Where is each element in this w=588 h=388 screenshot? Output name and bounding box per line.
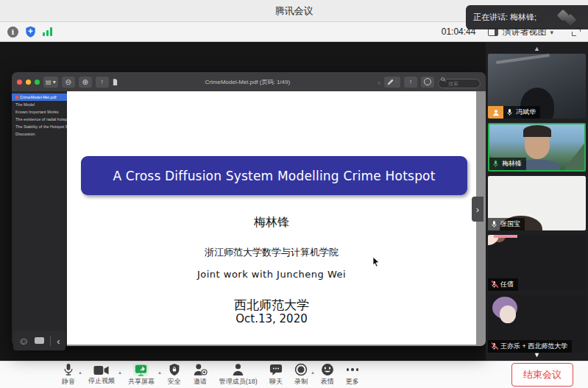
microphone-icon — [63, 363, 74, 376]
document-icon — [113, 79, 118, 85]
security-shield-icon — [169, 363, 180, 376]
more-dots-icon — [347, 364, 359, 376]
slide-affiliation: 浙江师范大学数学与计算机学院 — [67, 246, 476, 259]
close-window-button[interactable] — [17, 80, 22, 85]
chat-button[interactable]: 聊天 — [269, 364, 283, 387]
share-options-caret[interactable] — [157, 364, 162, 377]
zoom-window-button[interactable] — [35, 80, 40, 85]
security-button[interactable]: 安全 — [168, 363, 181, 387]
pdf-title: CrimeModel-Mei.pdf (页码: 1/49) — [120, 78, 375, 86]
zoom-out-icon[interactable] — [62, 77, 75, 88]
pdf-toolbar: CrimeModel-Mei.pdf (页码: 1/49) — [12, 72, 486, 91]
network-signal-icon[interactable] — [43, 27, 52, 36]
panel-expand-handle[interactable] — [472, 197, 483, 222]
participant-name-chip: 任倩 — [488, 278, 518, 291]
zoom-in-icon[interactable] — [79, 77, 92, 88]
scroll-down-button[interactable] — [486, 350, 588, 360]
share-screen-button[interactable]: 共享屏幕 — [128, 364, 155, 387]
participant-name-chip: 张国宝 — [488, 218, 525, 230]
invite-button[interactable]: 邀请 — [193, 363, 208, 387]
outline-item[interactable]: The existence of radial hotspot s... — [12, 116, 67, 123]
meeting-controlbar: 静音 停止视频 共享屏幕 — [0, 361, 588, 388]
pdf-canvas: A Cross Diffusion System Modelling Crime… — [67, 91, 486, 346]
camera-icon — [93, 365, 109, 375]
emoji-reaction-icon[interactable] — [18, 334, 29, 348]
sidebar-toggle-icon[interactable] — [43, 77, 58, 88]
participant-tile[interactable]: 张国宝 — [488, 176, 586, 230]
participant-name: 任倩 — [500, 280, 514, 289]
participant-name: 梅林锋 — [502, 159, 522, 169]
mic-options-caret[interactable] — [78, 364, 82, 377]
invite-person-icon — [193, 363, 208, 376]
pdf-outline-sidebar: CrimeModel-Mei.pdf The Model Known Impor… — [12, 91, 67, 346]
speaking-toast-text: 正在讲话: 梅林锋; — [473, 12, 536, 23]
search-icon — [441, 77, 444, 81]
share-document-icon[interactable] — [96, 77, 109, 88]
participant-tile[interactable]: 王亦乐 + 西北师范大学 — [488, 295, 586, 353]
slide-venue: 西北师范大学 — [67, 297, 476, 314]
pdf-file-icon — [15, 96, 18, 99]
speaking-toast: 正在讲话: 梅林锋; — [466, 5, 588, 29]
slide-author: 梅林锋 — [67, 215, 476, 230]
record-button[interactable]: 录制 — [294, 363, 308, 387]
chevron-down-icon — [394, 78, 398, 85]
participant-name: 冯斌华 — [516, 107, 536, 117]
screen-share-icon — [135, 364, 147, 376]
slide-date: Oct.13, 2020 — [67, 312, 476, 325]
collapse-left-icon[interactable] — [57, 334, 60, 348]
host-badge-icon — [488, 106, 503, 119]
end-meeting-button[interactable]: 结束会议 — [511, 363, 573, 387]
mute-button[interactable]: 静音 — [62, 363, 75, 387]
participant-name-chip: 冯斌华 — [503, 106, 540, 119]
mouse-cursor — [372, 256, 380, 267]
pdf-preview-window: CrimeModel-Mei.pdf (页码: 1/49) — [12, 72, 486, 346]
shared-screen-area: CrimeModel-Mei.pdf (页码: 1/49) — [0, 42, 486, 361]
chevron-right-icon — [476, 202, 479, 216]
outline-item[interactable]: Known Important Works — [12, 108, 67, 116]
outline-item-file[interactable]: CrimeModel-Mei.pdf — [12, 94, 67, 101]
mic-muted-icon — [491, 281, 497, 289]
info-icon[interactable] — [7, 27, 18, 38]
participant-tile[interactable]: 冯斌华 — [488, 54, 586, 119]
pdf-search — [438, 75, 481, 88]
record-icon — [294, 363, 308, 376]
record-options-caret[interactable] — [311, 364, 315, 377]
participant-tile[interactable]: 任倩 — [488, 235, 586, 291]
shield-health-icon[interactable] — [25, 26, 36, 38]
chat-bubble-icon[interactable] — [35, 337, 44, 344]
mic-speaking-icon — [492, 160, 499, 168]
outline-item[interactable]: The Stability of the Hotspot Solut... — [12, 123, 67, 130]
stop-video-button[interactable]: 停止视频 — [88, 364, 115, 386]
mic-icon — [491, 220, 497, 228]
scroll-up-button[interactable] — [488, 43, 586, 54]
slide-joint-work: Joint work with Juncheng Wei — [67, 269, 476, 280]
window-title: 腾讯会议 — [275, 4, 314, 18]
mic-icon — [506, 108, 513, 116]
markup-pencil-icon[interactable] — [384, 77, 400, 88]
minimize-window-button[interactable] — [26, 80, 31, 85]
export-icon[interactable] — [404, 77, 417, 88]
manage-members-button[interactable]: 管理成员(18) — [219, 363, 258, 387]
member-person-icon — [232, 363, 244, 376]
smiley-icon — [321, 363, 334, 376]
participant-name-chip: 梅林锋 — [489, 158, 526, 170]
participant-video — [525, 130, 550, 159]
more-options-icon[interactable] — [421, 77, 434, 88]
tencent-meeting-logo — [556, 10, 582, 26]
reactions-bar — [13, 331, 65, 350]
chat-icon — [269, 364, 283, 376]
outline-item[interactable]: The Model — [12, 101, 67, 108]
participant-tile-active[interactable]: 梅林锋 — [488, 123, 586, 172]
video-options-caret[interactable] — [118, 364, 122, 377]
chevron-down-icon[interactable] — [378, 75, 381, 88]
more-button[interactable]: 更多 — [346, 364, 359, 387]
meeting-window: 腾讯会议 01:04:44 演讲者视图 正在讲话: 梅林锋; — [0, 0, 588, 388]
participants-panel: 冯斌华 梅林锋 — [486, 42, 588, 361]
slide-title-banner: A Cross Diffusion System Modelling Crime… — [81, 156, 467, 195]
divider — [50, 336, 51, 346]
emoji-button[interactable]: 表情 — [321, 363, 334, 387]
participant-name: 张国宝 — [500, 219, 520, 229]
outline-item[interactable]: Discussion — [12, 130, 67, 138]
slide-page: A Cross Diffusion System Modelling Crime… — [67, 91, 476, 345]
